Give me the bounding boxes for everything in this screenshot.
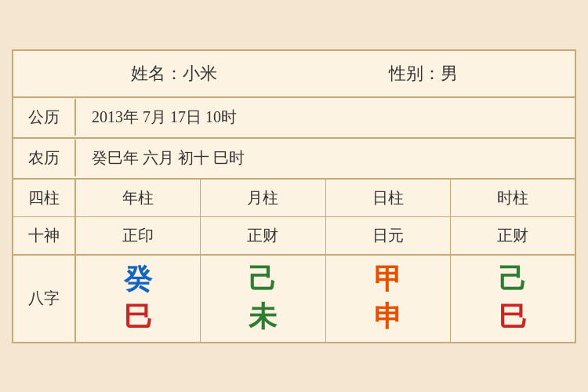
header-row: 姓名：小米 性别：男 bbox=[13, 51, 575, 98]
sizu-section: 四柱 年柱 月柱 日柱 时柱 十神 正印 正财 日元 正财 bbox=[13, 180, 575, 256]
lunar-label: 农历 bbox=[13, 140, 76, 176]
sizu-hour: 时柱 bbox=[451, 180, 575, 216]
bazi-hour-bottom: 巳 bbox=[499, 300, 527, 334]
shishen-row: 十神 正印 正财 日元 正财 bbox=[13, 217, 575, 254]
solar-label: 公历 bbox=[13, 99, 76, 136]
bazi-year-bottom: 巳 bbox=[124, 300, 152, 334]
bazi-label: 八字 bbox=[13, 256, 76, 342]
shishen-day: 日元 bbox=[326, 217, 451, 254]
solar-content: 2013年 7月 17日 10时 bbox=[76, 99, 575, 136]
bazi-hour-cell: 己 巳 bbox=[451, 256, 575, 342]
bazi-day-cell: 甲 申 bbox=[326, 256, 451, 342]
main-container: 姓名：小米 性别：男 公历 2013年 7月 17日 10时 农历 癸巳年 六月… bbox=[12, 49, 576, 343]
shishen-label: 十神 bbox=[13, 217, 76, 254]
sizu-label: 四柱 bbox=[13, 180, 76, 216]
sizu-year: 年柱 bbox=[76, 180, 201, 216]
bazi-month-bottom: 未 bbox=[249, 300, 277, 334]
solar-row: 公历 2013年 7月 17日 10时 bbox=[13, 98, 575, 139]
lunar-row: 农历 癸巳年 六月 初十 巳时 bbox=[13, 139, 575, 180]
bazi-day-top: 甲 bbox=[374, 263, 402, 296]
sizu-day: 日柱 bbox=[326, 180, 451, 216]
bazi-year-top: 癸 bbox=[124, 263, 152, 296]
bazi-month-cell: 己 未 bbox=[201, 256, 325, 342]
gender-label: 性别：男 bbox=[389, 62, 458, 85]
shishen-month: 正财 bbox=[201, 217, 325, 254]
sizu-month: 月柱 bbox=[201, 180, 325, 216]
bazi-row: 八字 癸 巳 己 未 甲 申 己 巳 bbox=[13, 256, 575, 342]
shishen-hour: 正财 bbox=[451, 217, 575, 254]
lunar-content: 癸巳年 六月 初十 巳时 bbox=[76, 140, 575, 176]
name-label: 姓名：小米 bbox=[131, 62, 217, 85]
bazi-hour-top: 己 bbox=[499, 263, 527, 296]
shishen-year: 正印 bbox=[76, 217, 201, 254]
bazi-year-cell: 癸 巳 bbox=[76, 256, 201, 342]
bazi-day-bottom: 申 bbox=[374, 300, 402, 334]
bazi-month-top: 己 bbox=[249, 263, 277, 296]
sizu-row: 四柱 年柱 月柱 日柱 时柱 bbox=[13, 180, 575, 217]
